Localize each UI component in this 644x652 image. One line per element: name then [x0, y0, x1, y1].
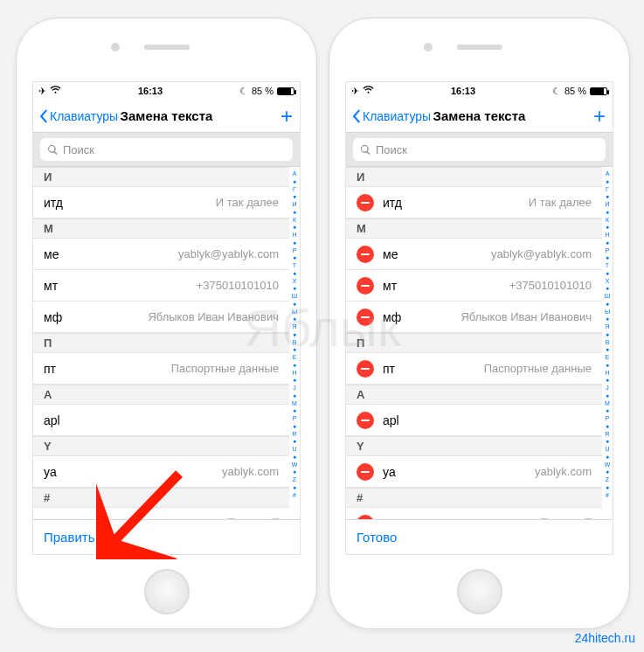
index-letter[interactable]: Т — [289, 262, 300, 270]
shortcut-row[interactable]: apl — [346, 405, 602, 436]
index-letter[interactable]: P — [602, 415, 613, 423]
search-input[interactable]: Поиск — [353, 138, 606, 161]
index-letter[interactable]: ● — [289, 239, 300, 247]
shortcut-row[interactable]: мфЯблыков Иван Иванович — [346, 302, 602, 333]
index-letter[interactable]: ● — [602, 362, 613, 370]
index-letter[interactable]: ● — [289, 270, 300, 278]
shortcut-row[interactable]: меyablyk@yablyk.com — [33, 239, 289, 270]
index-letter[interactable]: ● — [602, 423, 613, 431]
index-letter[interactable]: M — [289, 400, 300, 408]
index-letter[interactable]: Ы — [602, 309, 613, 316]
index-letter[interactable]: Х — [289, 278, 300, 286]
index-letter[interactable]: ● — [602, 285, 613, 293]
index-letter[interactable]: ● — [602, 239, 613, 247]
index-letter[interactable]: R — [289, 431, 300, 439]
index-letter[interactable]: Н — [602, 232, 613, 239]
index-letter[interactable]: ● — [602, 484, 613, 492]
index-letter[interactable]: Я — [289, 323, 300, 331]
index-letter[interactable]: ● — [602, 193, 613, 201]
index-letter[interactable]: W — [602, 461, 613, 469]
index-letter[interactable]: Я — [602, 323, 613, 331]
index-letter[interactable]: ● — [289, 392, 300, 400]
shortcut-row[interactable]: итдИ так далее — [346, 187, 602, 218]
index-letter[interactable]: W — [289, 461, 300, 469]
index-letter[interactable]: И — [602, 201, 613, 209]
index-letter[interactable]: ● — [289, 331, 300, 339]
index-letter[interactable]: ● — [602, 301, 613, 309]
shortcut-row[interactable]: мфЯблыков Иван Иванович — [33, 302, 289, 333]
delete-button[interactable] — [357, 309, 374, 326]
index-letter[interactable]: ● — [602, 224, 613, 232]
index-letter[interactable]: Р — [289, 247, 300, 255]
index-letter[interactable]: # — [602, 492, 613, 500]
edit-button[interactable]: Править — [44, 530, 95, 544]
shortcut-row[interactable]: птПаспортные данные — [33, 353, 289, 385]
index-letter[interactable]: ● — [602, 377, 613, 385]
index-letter[interactable]: M — [602, 400, 613, 408]
shortcut-row[interactable]: yayablyk.com — [33, 456, 289, 488]
shortcut-row[interactable]: мт+375010101010 — [346, 270, 602, 302]
index-letter[interactable]: Х — [602, 278, 613, 286]
shortcut-row[interactable]: мт+375010101010 — [33, 270, 289, 302]
index-letter[interactable]: ● — [289, 193, 300, 201]
index-letter[interactable]: ● — [289, 468, 300, 476]
index-letter[interactable]: Ш — [602, 293, 613, 301]
index-letter[interactable]: H — [289, 370, 300, 378]
index-letter[interactable]: А — [289, 170, 300, 178]
add-button[interactable]: + — [593, 106, 606, 127]
index-letter[interactable]: Т — [602, 262, 613, 270]
delete-button[interactable] — [357, 194, 374, 212]
index-letter[interactable]: Ы — [289, 309, 300, 316]
index-letter[interactable]: P — [289, 415, 300, 423]
back-button[interactable]: Клавиатуры — [351, 109, 431, 123]
index-letter[interactable]: ● — [602, 438, 613, 446]
index-letter[interactable]: E — [289, 354, 300, 362]
index-letter[interactable]: B — [289, 339, 300, 347]
shortcut-row[interactable]: птПаспортные данные — [346, 353, 602, 385]
add-button[interactable]: + — [280, 106, 293, 127]
index-letter[interactable]: ● — [289, 209, 300, 217]
index-letter[interactable]: J — [289, 385, 300, 392]
index-letter[interactable]: ● — [289, 301, 300, 309]
index-letter[interactable]: ● — [602, 178, 613, 186]
index-letter[interactable]: ● — [289, 346, 300, 354]
index-letter[interactable]: ● — [289, 454, 300, 461]
index-letter[interactable]: ● — [602, 346, 613, 354]
section-index[interactable]: А●Г●И●К●Н●Р●Т●Х●Ш●Ы●Я●B●E●H●J●M●P●R●U●W●… — [602, 167, 613, 519]
index-letter[interactable]: ● — [602, 392, 613, 400]
index-letter[interactable]: U — [289, 446, 300, 454]
index-letter[interactable]: К — [289, 217, 300, 225]
index-letter[interactable]: И — [289, 201, 300, 209]
index-letter[interactable]: H — [602, 370, 613, 378]
index-letter[interactable]: ● — [602, 316, 613, 323]
index-letter[interactable]: ● — [602, 454, 613, 461]
index-letter[interactable]: Г — [289, 186, 300, 194]
index-letter[interactable]: ● — [289, 316, 300, 323]
index-letter[interactable]: ● — [289, 224, 300, 232]
index-letter[interactable]: ● — [602, 331, 613, 339]
index-letter[interactable]: Н — [289, 232, 300, 239]
delete-button[interactable] — [357, 412, 374, 429]
index-letter[interactable]: ● — [289, 423, 300, 431]
index-letter[interactable]: Р — [602, 247, 613, 255]
delete-button[interactable] — [357, 277, 374, 295]
index-letter[interactable]: Г — [602, 186, 613, 194]
index-letter[interactable]: # — [289, 492, 300, 500]
index-letter[interactable]: ● — [289, 484, 300, 492]
index-letter[interactable]: Z — [602, 476, 613, 484]
shortcut-row[interactable]: V¯\_(ツ)_/¯ — [33, 508, 289, 519]
home-button[interactable] — [144, 569, 190, 614]
index-letter[interactable]: К — [602, 217, 613, 225]
shortcut-row[interactable]: V¯\_(ツ)_/¯ — [346, 508, 602, 519]
delete-button[interactable] — [357, 246, 374, 263]
index-letter[interactable]: R — [602, 431, 613, 439]
search-input[interactable]: Поиск — [40, 138, 293, 161]
shortcut-row[interactable]: меyablyk@yablyk.com — [346, 239, 602, 270]
delete-button[interactable] — [357, 515, 374, 520]
section-index[interactable]: А●Г●И●К●Н●Р●Т●Х●Ш●Ы●Я●B●E●H●J●M●P●R●U●W●… — [289, 167, 300, 519]
index-letter[interactable]: ● — [289, 285, 300, 293]
index-letter[interactable]: Ш — [289, 293, 300, 301]
index-letter[interactable]: ● — [602, 209, 613, 217]
done-button[interactable]: Готово — [357, 530, 397, 544]
index-letter[interactable]: ● — [289, 407, 300, 415]
